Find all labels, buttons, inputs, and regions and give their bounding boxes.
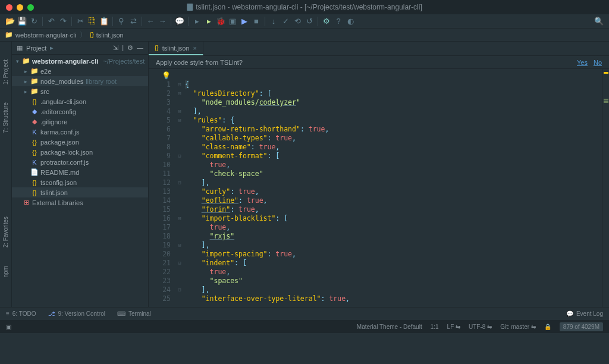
rail-structure[interactable]: 7: Structure: [2, 102, 9, 133]
folder-icon: 📁: [5, 31, 13, 39]
sync-icon[interactable]: ↻: [29, 16, 39, 27]
json-icon: {}: [155, 45, 159, 51]
tree-row[interactable]: ◆.editorconfig: [12, 106, 148, 117]
tree-row[interactable]: {}tsconfig.json: [12, 177, 148, 187]
status-linesep[interactable]: LF ⇆: [447, 324, 460, 330]
code-editor[interactable]: 💡123456789101112131415161718192021222324…: [149, 69, 609, 307]
replace-icon[interactable]: ⇄: [128, 16, 139, 27]
rail-favorites[interactable]: 2: Favorites: [2, 216, 9, 247]
save-icon[interactable]: 💾: [17, 16, 27, 27]
editor-tabs: {} tslint.json ×: [149, 42, 609, 56]
json-icon: {}: [31, 139, 38, 146]
project-panel: ▦ Project ▸ ⇲ | ⚙ — ▾ 📁 webstorm-angular…: [12, 42, 149, 307]
window-minimize[interactable]: [17, 4, 23, 11]
git-icon: ◆: [31, 118, 38, 125]
project-panel-header: ▦ Project ▸ ⇲ | ⚙ —: [12, 42, 148, 55]
comment-icon[interactable]: 💬: [174, 16, 185, 27]
titlebar: tslint.json - webstorm-angular-cli - [~/…: [0, 0, 609, 14]
marker-bar[interactable]: [602, 69, 609, 307]
tree-row[interactable]: {}tslint.json: [12, 187, 148, 197]
stop-icon[interactable]: ■: [251, 16, 262, 27]
theme-icon[interactable]: ◐: [345, 16, 356, 27]
tree-row[interactable]: {}.angular-cli.json: [12, 96, 148, 106]
paste-icon[interactable]: 📋: [99, 16, 109, 27]
js-icon: K: [31, 128, 38, 136]
tree-row[interactable]: {}package-lock.json: [12, 147, 148, 157]
toolbar: 📂 💾 ↻ ↶ ↷ ✂ ⿻ 📋 ⚲ ⇄ ← → 💬 ▸ ▸ 🐞 ▣ ▶ ■ ↓ …: [0, 14, 609, 29]
window-title: tslint.json - webstorm-angular-cli - [~/…: [196, 3, 422, 11]
tree-row[interactable]: Kkarma.conf.js: [12, 127, 148, 137]
close-icon[interactable]: ×: [193, 45, 197, 52]
lib-icon: ⊞: [23, 199, 30, 206]
json-icon: {}: [31, 179, 38, 186]
bottom-tool-bar: ≡6: TODO ⎇9: Version Control ⌨Terminal 💬…: [0, 307, 609, 320]
window-close[interactable]: [6, 4, 12, 11]
help-icon[interactable]: ?: [333, 16, 344, 27]
rail-project[interactable]: 1: Project: [2, 59, 9, 84]
intention-bulb-icon[interactable]: 💡: [162, 71, 171, 80]
status-menu-icon[interactable]: ▣: [6, 324, 11, 330]
undo-icon[interactable]: ↶: [46, 16, 56, 27]
tree-row[interactable]: 📄README.md: [12, 167, 148, 177]
back-icon[interactable]: ←: [145, 16, 156, 27]
vcs-update-icon[interactable]: ↓: [268, 16, 279, 27]
open-icon[interactable]: 📂: [5, 16, 15, 27]
build-icon[interactable]: ▸: [192, 16, 202, 27]
debug-icon[interactable]: 🐞: [215, 16, 226, 27]
run-icon[interactable]: ▸: [203, 16, 214, 27]
file-icon: [187, 4, 193, 11]
project-panel-title[interactable]: Project: [26, 45, 46, 52]
status-caret-pos[interactable]: 1:1: [431, 324, 439, 330]
md-icon: 📄: [31, 168, 38, 176]
coverage-icon[interactable]: ▣: [227, 16, 238, 27]
project-tree[interactable]: ▾ 📁 webstorm-angular-cli ~/Projects/test…: [12, 55, 148, 209]
tree-row[interactable]: ▸📁src: [12, 86, 148, 96]
vcs-revert-icon[interactable]: ↺: [304, 16, 315, 27]
find-icon[interactable]: ⚲: [116, 16, 127, 27]
tree-root[interactable]: ▾ 📁 webstorm-angular-cli ~/Projects/test: [12, 56, 148, 66]
json-icon: {}: [31, 149, 38, 156]
vcs-history-icon[interactable]: ⟲: [292, 16, 303, 27]
vcs-commit-icon[interactable]: ✓: [280, 16, 291, 27]
profile-icon[interactable]: ▶: [239, 16, 250, 27]
forward-icon[interactable]: →: [157, 16, 168, 27]
status-lock-icon[interactable]: 🔒: [544, 324, 551, 330]
tool-todo[interactable]: ≡6: TODO: [6, 310, 36, 317]
tool-event-log[interactable]: 💬Event Log: [566, 310, 603, 317]
tree-row[interactable]: ▸📁node_modules library root: [12, 76, 148, 86]
tool-vcs[interactable]: ⎇9: Version Control: [48, 310, 106, 317]
settings-icon[interactable]: ⚙: [321, 16, 332, 27]
status-bar: ▣ Material Theme - Default 1:1 LF ⇆ UTF-…: [0, 320, 609, 333]
tree-row[interactable]: ⊞External Libraries: [12, 197, 148, 208]
folder-icon: 📁: [31, 77, 38, 85]
project-view-icon[interactable]: ▦: [17, 44, 23, 52]
hide-icon[interactable]: —: [137, 44, 143, 52]
tree-row[interactable]: Kprotractor.conf.js: [12, 157, 148, 167]
gear-icon[interactable]: ⚙: [127, 44, 133, 52]
collapse-icon[interactable]: ⇲: [113, 44, 118, 52]
tool-terminal[interactable]: ⌨Terminal: [117, 310, 151, 317]
status-memory[interactable]: 879 of 4029M: [560, 322, 603, 331]
copy-icon[interactable]: ⿻: [87, 16, 98, 27]
tab-tslint-json[interactable]: {} tslint.json ×: [149, 42, 203, 55]
breadcrumb-root[interactable]: 📁 webstorm-angular-cli: [5, 31, 76, 39]
tree-row[interactable]: ▸📁e2e: [12, 66, 148, 76]
window-zoom[interactable]: [27, 4, 34, 11]
conf-icon: ◆: [31, 108, 38, 115]
status-encoding[interactable]: UTF-8 ⇆: [469, 324, 492, 330]
src-icon: 📁: [31, 87, 38, 95]
redo-icon[interactable]: ↷: [58, 16, 68, 27]
editor-area: {} tslint.json × Apply code style from T…: [149, 42, 609, 307]
tree-row[interactable]: {}package.json: [12, 137, 148, 147]
status-theme[interactable]: Material Theme - Default: [357, 324, 422, 330]
folder-open-icon: 📁: [23, 57, 30, 65]
tree-row[interactable]: ◆.gitignore: [12, 117, 148, 127]
status-git[interactable]: Git: master ⇆: [500, 324, 536, 330]
rail-npm[interactable]: npm: [2, 266, 9, 277]
breadcrumb-bar: 📁 webstorm-angular-cli 〉 {} tslint.json: [0, 29, 609, 42]
notice-no[interactable]: No: [594, 59, 602, 66]
breadcrumb-file[interactable]: {} tslint.json: [90, 32, 124, 39]
notice-yes[interactable]: Yes: [577, 59, 588, 66]
cut-icon[interactable]: ✂: [75, 16, 86, 27]
search-everywhere-icon[interactable]: 🔍: [594, 16, 604, 27]
